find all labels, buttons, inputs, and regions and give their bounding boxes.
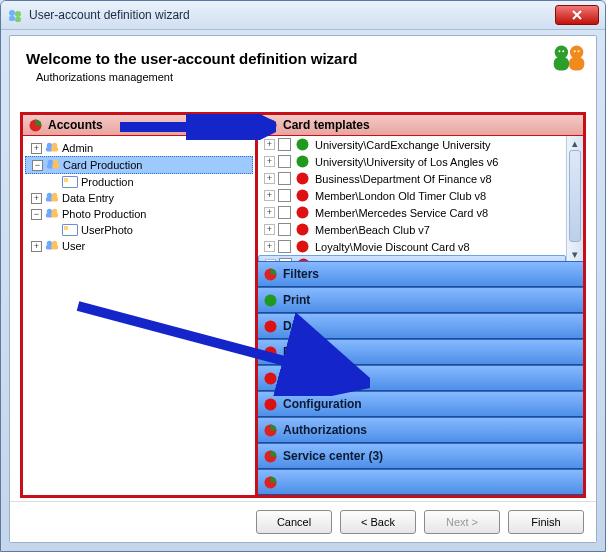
accounts-header[interactable]: Accounts: [23, 115, 255, 136]
template-checkbox[interactable]: [278, 155, 291, 168]
scroll-thumb[interactable]: [569, 150, 581, 242]
accounts-tree[interactable]: +Admin−Card ProductionProduction+Data En…: [23, 136, 255, 495]
tree-expander-icon[interactable]: +: [31, 241, 42, 252]
tree-expander-icon[interactable]: +: [264, 139, 275, 150]
template-checkbox[interactable]: [278, 172, 291, 185]
next-button: Next >: [424, 510, 500, 534]
tree-expander-icon[interactable]: +: [264, 173, 275, 184]
template-checkbox[interactable]: [278, 138, 291, 151]
tree-item[interactable]: −Card Production: [25, 156, 253, 174]
svg-point-41: [298, 259, 310, 262]
template-item[interactable]: +Loyalty\Movie Discount Card v8: [258, 238, 566, 255]
accordion-section[interactable]: Print: [258, 287, 583, 313]
svg-point-46: [265, 346, 277, 358]
tree-item[interactable]: −Photo Production: [25, 206, 253, 222]
accordion-section[interactable]: Data: [258, 313, 583, 339]
template-checkbox[interactable]: [278, 189, 291, 202]
titlebar: User-account definition wizard: [1, 1, 605, 30]
status-dot-icon: [264, 450, 277, 463]
tree-item[interactable]: +Data Entry: [25, 190, 253, 206]
template-checkbox[interactable]: [278, 240, 291, 253]
status-dot-icon: [296, 206, 309, 219]
template-label: Member\London Old Timer Club v8: [315, 190, 486, 202]
svg-point-44: [265, 294, 277, 306]
template-item[interactable]: +Member\London Old Timer Club v8: [258, 187, 566, 204]
tree-item-label: Production: [81, 176, 134, 188]
accordion-section[interactable]: Signatures: [258, 365, 583, 391]
accordion-section[interactable]: Filters: [258, 261, 583, 287]
accordion-section[interactable]: Authorizations: [258, 417, 583, 443]
right-panel: Card templates +University\CardExchange …: [258, 115, 583, 495]
template-label: Member\Mercedes Service Card v8: [315, 207, 488, 219]
tree-item-label: Admin: [62, 142, 93, 154]
svg-point-1: [15, 11, 21, 17]
template-label: University\CardExchange University: [315, 139, 490, 151]
accordion-section[interactable]: [258, 469, 583, 495]
tree-expander-icon[interactable]: +: [264, 156, 275, 167]
accordion-section[interactable]: Configuration: [258, 391, 583, 417]
tree-expander-icon[interactable]: −: [32, 160, 43, 171]
svg-point-36: [297, 173, 309, 185]
template-checkbox[interactable]: [279, 258, 292, 261]
heading: Welcome to the user-account definition w…: [10, 36, 596, 87]
wizard-footer: Cancel < Back Next > Finish: [10, 501, 596, 542]
status-dot-icon: [264, 476, 277, 489]
tree-expander-icon[interactable]: +: [265, 259, 276, 261]
tree-expander-icon[interactable]: −: [31, 209, 42, 220]
template-item[interactable]: +Business\Department Of Finance v8: [258, 170, 566, 187]
scroll-up-icon[interactable]: ▴: [567, 136, 583, 150]
template-item[interactable]: +Member\Beach Club v7: [258, 221, 566, 238]
tree-expander-icon[interactable]: +: [264, 190, 275, 201]
tree-item[interactable]: +User: [25, 238, 253, 254]
tree-item[interactable]: UserPhoto: [25, 222, 253, 238]
template-item[interactable]: +University\University of Los Angles v6: [258, 153, 566, 170]
finish-button[interactable]: Finish: [508, 510, 584, 534]
accordion-label: Photos: [283, 345, 324, 359]
tree-item[interactable]: Production: [25, 174, 253, 190]
card-templates-header[interactable]: Card templates: [258, 115, 583, 136]
card-templates-list[interactable]: +University\CardExchange University+Univ…: [258, 136, 566, 261]
tree-expander-icon[interactable]: +: [264, 224, 275, 235]
dot-icon: [29, 119, 42, 132]
template-item[interactable]: +University\CardExchange University: [258, 136, 566, 153]
tree-item[interactable]: +Admin: [25, 140, 253, 156]
accordion-section[interactable]: Service center (3): [258, 443, 583, 469]
tree-expander-icon[interactable]: +: [264, 207, 275, 218]
accordion-label: Data: [283, 319, 309, 333]
template-checkbox[interactable]: [278, 223, 291, 236]
accordion-section[interactable]: Photos: [258, 339, 583, 365]
vertical-scrollbar[interactable]: ▴ ▾: [566, 136, 583, 261]
tree-expander-icon[interactable]: +: [31, 193, 42, 204]
scroll-down-icon[interactable]: ▾: [567, 247, 583, 261]
svg-point-40: [297, 241, 309, 253]
svg-rect-24: [51, 197, 58, 201]
template-item[interactable]: +Loyalty\Starless Coffee Card v6: [258, 255, 566, 261]
card-icon: [62, 176, 78, 188]
tree-expander-icon[interactable]: +: [264, 241, 275, 252]
svg-point-10: [574, 50, 576, 52]
wizard-page: Welcome to the user-account definition w…: [9, 35, 597, 543]
accounts-panel: Accounts +Admin−Card ProductionProductio…: [23, 115, 255, 495]
svg-point-6: [570, 46, 583, 59]
tree-item-label: Data Entry: [62, 192, 114, 204]
tree-expander-icon[interactable]: +: [31, 143, 42, 154]
window-close-button[interactable]: [555, 5, 599, 25]
back-button[interactable]: < Back: [340, 510, 416, 534]
cancel-button[interactable]: Cancel: [256, 510, 332, 534]
page-subtitle: Authorizations management: [36, 71, 580, 83]
svg-point-0: [9, 10, 15, 16]
template-label: Member\Beach Club v7: [315, 224, 430, 236]
dot-icon: [264, 119, 277, 132]
sections-accordion: FiltersPrintDataPhotosSignaturesConfigur…: [258, 261, 583, 495]
tree-item-label: Photo Production: [62, 208, 146, 220]
users-icon: [46, 158, 63, 172]
template-label: Loyalty\Starless Coffee Card v6: [316, 259, 470, 262]
template-item[interactable]: +Member\Mercedes Service Card v8: [258, 204, 566, 221]
template-label: University\University of Los Angles v6: [315, 156, 498, 168]
users-icon: [45, 239, 62, 253]
template-checkbox[interactable]: [278, 206, 291, 219]
svg-rect-3: [15, 17, 21, 22]
buddies-icon: [548, 42, 590, 76]
accordion-label: Configuration: [283, 397, 362, 411]
app-icon: [7, 7, 23, 23]
